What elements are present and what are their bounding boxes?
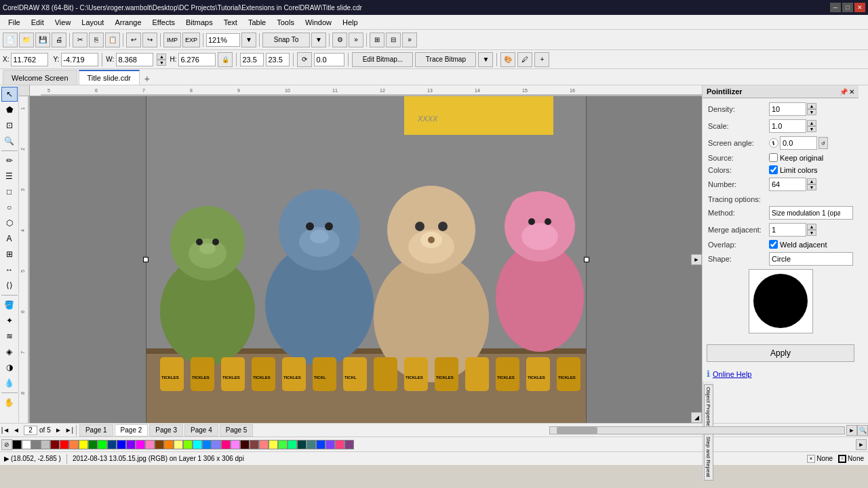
node-tool[interactable]: ⬟ [1,102,18,117]
menu-arrange[interactable]: Arrange [109,17,146,28]
fill-color-box[interactable]: ✕ [807,455,815,463]
smart-draw-tool[interactable]: ✦ [1,313,18,328]
color-swatch[interactable] [231,440,240,449]
x-input[interactable] [11,53,48,66]
menu-layout[interactable]: Layout [76,17,109,28]
page-prev-btn[interactable]: ◄ [11,425,22,436]
color-btn2[interactable]: 🖊 [517,52,532,67]
color-swatch[interactable] [155,440,164,449]
scroll-corner[interactable]: ◢ [691,412,702,423]
color-swatch[interactable] [221,440,231,449]
color-swatch[interactable] [164,440,174,449]
merge-adjacent-input[interactable] [769,223,806,237]
eyedrop-tool[interactable]: 💧 [1,375,18,390]
extrude-tool[interactable]: ◈ [1,344,18,359]
polygon-tool[interactable]: ⬡ [1,216,18,230]
menu-window[interactable]: Window [300,17,337,28]
side-tab-step-repeat[interactable]: Step and Repeat [704,433,713,481]
page-next-btn[interactable]: ► [53,425,64,436]
w-input[interactable] [116,53,153,66]
add-point-btn[interactable]: + [534,52,549,67]
color-swatch[interactable] [212,440,221,449]
color-swatch[interactable] [288,440,297,449]
fill-tool[interactable]: 🪣 [1,298,18,312]
rect-tool[interactable]: □ [1,184,18,199]
scale-up[interactable]: ▲ [807,120,816,126]
limit-colors-check[interactable] [769,165,778,174]
canvas-image[interactable]: TICKLES TICKLES TICKLES TICKLES TICKLES … [146,96,587,423]
shape-select[interactable]: Circle Square Diamond [769,252,853,266]
menu-edit[interactable]: Edit [26,17,50,28]
handle-ml[interactable] [143,257,149,262]
color-swatch[interactable] [22,440,31,449]
canvas-area[interactable]: 5 6 7 8 9 10 11 12 13 14 15 16 1 [19,85,702,423]
canvas-content[interactable]: TICKLES TICKLES TICKLES TICKLES TICKLES … [30,96,702,423]
merge-adjacent-up[interactable]: ▲ [807,224,816,230]
angle-input[interactable] [314,53,344,66]
trace-bitmap-btn[interactable]: Trace Bitmap [415,52,476,67]
number-down[interactable]: ▼ [807,184,816,190]
page-tab-4[interactable]: Page 4 [184,424,218,436]
page-last-btn[interactable]: ►| [64,425,75,436]
color-swatch[interactable] [326,440,335,449]
maximize-btn[interactable]: □ [842,3,853,12]
color-swatch[interactable] [278,440,288,449]
color-swatch[interactable] [136,440,145,449]
crop-tool[interactable]: ⊡ [1,118,18,133]
panel-pin-btn[interactable]: 📌 [840,88,848,96]
scroll-right-arrow[interactable]: ► [846,425,857,436]
options-btn[interactable]: ⚙ [332,33,347,47]
color-swatch[interactable] [50,440,60,449]
trace-dropdown[interactable]: ▼ [478,52,493,67]
menu-table[interactable]: Table [243,17,271,28]
new-btn[interactable]: 📄 [3,33,18,47]
freehand-tool[interactable]: ✏ [1,153,18,168]
number-input[interactable] [769,178,806,191]
color-swatch[interactable] [145,440,155,449]
color-swatch[interactable] [174,440,183,449]
number-up[interactable]: ▲ [807,178,816,184]
lock-val2[interactable] [266,53,290,66]
menu-file[interactable]: File [3,17,26,28]
color-swatch[interactable] [41,440,50,449]
menu-effects[interactable]: Effects [147,17,180,28]
color-swatch[interactable] [117,440,126,449]
color-swatch[interactable] [316,440,326,449]
dimension-tool[interactable]: ↔ [1,262,18,277]
color-swatch[interactable] [344,440,354,449]
ellipse-tool[interactable]: ○ [1,200,18,215]
color-swatch[interactable] [12,440,22,449]
menu-text[interactable]: Text [218,17,243,28]
weld-adjacent-check[interactable] [769,240,778,249]
y-input[interactable] [61,53,98,66]
cut-btn[interactable]: ✂ [73,33,87,47]
open-btn[interactable]: 📁 [19,33,34,47]
export-btn[interactable]: EXP [182,33,200,47]
redo-btn[interactable]: ↪ [142,33,157,47]
zoom-dropdown[interactable]: ▼ [241,33,256,47]
keep-original-check[interactable] [769,153,778,162]
menu-view[interactable]: View [50,17,77,28]
h-scrollbar[interactable] [549,426,845,434]
page-tab-2[interactable]: Page 2 [115,424,149,436]
edit-bitmap-btn[interactable]: Edit Bitmap... [352,52,413,67]
palette-scroll-right[interactable]: ► [856,439,867,450]
color-swatch[interactable] [202,440,212,449]
table-tool[interactable]: ⊞ [1,247,18,262]
text-tool[interactable]: A [1,231,18,246]
density-up[interactable]: ▲ [807,103,816,109]
lock-val1[interactable] [240,53,264,66]
density-input[interactable] [769,102,806,116]
copy-btn[interactable]: ⎘ [89,33,104,47]
more-btn[interactable]: » [349,33,363,47]
transparency-tool[interactable]: ◑ [1,360,18,375]
hand-tool[interactable]: ✋ [1,395,18,410]
undo-btn[interactable]: ↩ [126,33,141,47]
tab-slide[interactable]: Title slide.cdr [79,70,140,85]
page-tab-3[interactable]: Page 3 [149,424,183,436]
menu-tools[interactable]: Tools [271,17,300,28]
color-swatch[interactable] [126,440,136,449]
save-btn[interactable]: 💾 [35,33,50,47]
merge-adjacent-down[interactable]: ▼ [807,230,816,236]
grid-btn[interactable]: ⊞ [370,33,384,47]
